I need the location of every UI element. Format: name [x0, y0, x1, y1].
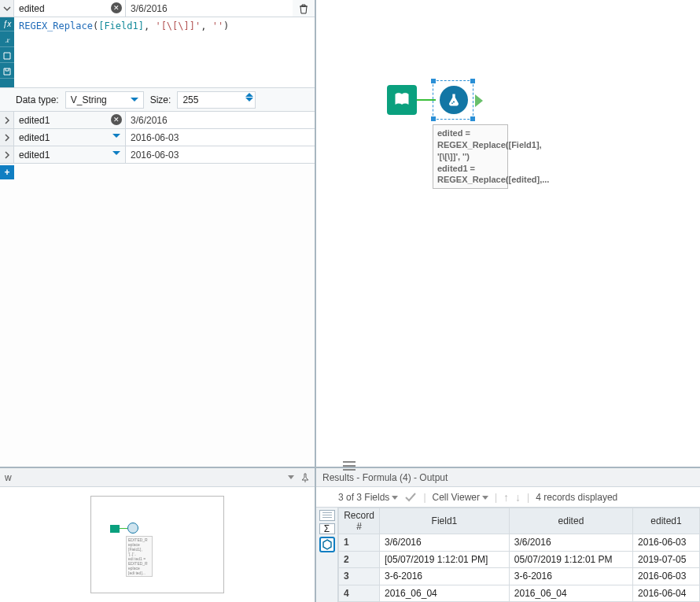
expression-editor[interactable]: REGEX_Replace([Field1], '[\[\]]', '')	[14, 17, 315, 87]
chevron-down-icon	[482, 496, 488, 500]
output-field-select[interactable]: edited1✕	[14, 112, 126, 128]
cell-viewer-dropdown[interactable]: Cell Viewer	[433, 492, 488, 503]
clear-field-icon[interactable]: ✕	[111, 2, 122, 13]
results-table[interactable]: Record #Field1editededited1 13/6/20163/6…	[338, 508, 700, 602]
pin-icon[interactable]	[300, 473, 310, 482]
column-header[interactable]: Field1	[380, 508, 510, 534]
formula-tool[interactable]	[439, 85, 469, 115]
cell[interactable]: 2016_06_04	[509, 585, 632, 602]
svg-point-1	[451, 102, 453, 104]
results-title: Results - Formula (4) - Output	[322, 472, 448, 483]
cell[interactable]: 2016-06-03	[633, 534, 700, 552]
expression-header-row: edited ✕ 3/6/2016	[0, 0, 315, 17]
column-header[interactable]: Record #	[339, 508, 380, 534]
expression-preview: 2016-06-03	[126, 129, 315, 146]
tool-annotation[interactable]: edited = REGEX_Replace([Field1], '[\[\]]…	[433, 124, 508, 189]
expr-arg2: ''	[212, 20, 223, 31]
overview-panel: w EDITED_R eplace[Field1], '[..]'..edi t…	[0, 467, 316, 602]
clear-field-icon[interactable]: ✕	[111, 114, 122, 125]
overview-viewport[interactable]: EDITED_R eplace[Field1], '[..]'..edi ted…	[90, 496, 224, 593]
chevron-down-icon	[245, 98, 253, 102]
expr-fn: REGEX_Replace	[19, 20, 93, 31]
output-field-name[interactable]: edited ✕	[14, 0, 126, 17]
datatype-label: Data type:	[16, 94, 59, 105]
table-row[interactable]: 42016_06_042016_06_042016-06-04	[339, 585, 700, 602]
cell[interactable]: [05/07/2019 1:12:01 PM]	[380, 551, 510, 568]
save-expression-button[interactable]	[0, 65, 14, 79]
data-view-button[interactable]	[319, 537, 335, 552]
row-number[interactable]: 1	[339, 534, 380, 552]
collapsed-expression-row: edited12016-06-03	[0, 146, 315, 164]
formula-config-panel: edited ✕ 3/6/2016 ƒx 𝑥 RE	[0, 0, 316, 467]
collapse-toggle[interactable]	[0, 0, 14, 17]
trash-icon	[298, 3, 309, 14]
cell[interactable]: 2016-06-03	[633, 568, 700, 585]
mini-connector	[120, 528, 127, 529]
expression-preview: 2016-06-03	[126, 146, 315, 163]
book-icon	[393, 91, 411, 109]
hamburger-icon[interactable]	[343, 461, 356, 471]
dropdown-icon[interactable]	[288, 475, 294, 479]
row-number[interactable]: 3	[339, 568, 380, 585]
workflow-canvas[interactable]: edited = REGEX_Replace([Field1], '[\[\]]…	[316, 0, 700, 467]
cell[interactable]: 05/07/2019 1:12:01 PM	[509, 551, 632, 568]
row-number[interactable]: 4	[339, 585, 380, 602]
cell[interactable]: 3-6-2016	[380, 568, 510, 585]
recent-button[interactable]	[0, 49, 14, 63]
expand-toggle[interactable]	[0, 129, 14, 146]
expression-toolbar: ƒx 𝑥	[0, 17, 14, 87]
collapsed-expression-row: edited1✕3/6/2016	[0, 112, 315, 129]
datatype-select[interactable]: V_String	[65, 91, 144, 109]
expression-preview: 3/6/2016	[126, 112, 315, 128]
flask-icon	[446, 92, 462, 108]
chevron-up-icon	[245, 93, 253, 97]
svg-point-0	[453, 101, 455, 102]
collapsed-expression-row: edited12016-06-03	[0, 129, 315, 146]
output-field-name-text: edited1	[19, 115, 50, 126]
fx-functions-button[interactable]: ƒx	[0, 17, 14, 31]
next-record-button[interactable]: ↓	[515, 491, 521, 504]
results-toolbar: 3 of 3 Fields | Cell Viewer | ↑ ↓ | 4 re…	[316, 487, 700, 508]
prev-record-button[interactable]: ↑	[503, 491, 509, 504]
size-input[interactable]: 255	[177, 91, 256, 109]
expression-editor-row: ƒx 𝑥 REGEX_Replace([Field1], '[\[\]]', '…	[0, 17, 315, 88]
table-row[interactable]: 33-6-20163-6-20162016-06-03	[339, 568, 700, 585]
expand-toggle[interactable]	[0, 112, 14, 128]
add-expression-button[interactable]: +	[0, 165, 14, 179]
results-view-switcher: Σ	[316, 508, 338, 602]
hexagon-icon	[322, 539, 333, 550]
delete-expression-button[interactable]	[293, 0, 315, 17]
chevron-down-icon	[131, 98, 138, 102]
cell[interactable]: 3/6/2016	[380, 534, 510, 552]
cell[interactable]: 3-6-2016	[509, 568, 632, 585]
table-row[interactable]: 2[05/07/2019 1:12:01 PM]05/07/2019 1:12:…	[339, 551, 700, 568]
output-field-select[interactable]: edited1	[14, 146, 126, 163]
input-tool[interactable]	[387, 85, 417, 115]
chevron-down-icon	[392, 496, 398, 500]
cell[interactable]: 3/6/2016	[509, 534, 632, 552]
fields-summary[interactable]: 3 of 3 Fields	[338, 492, 398, 503]
overview-canvas[interactable]: EDITED_R eplace[Field1], '[..]'..edi ted…	[0, 487, 315, 602]
cell[interactable]: 2016-06-04	[633, 585, 700, 602]
expand-toggle[interactable]	[0, 146, 14, 163]
spinner-control[interactable]	[245, 93, 253, 102]
row-number[interactable]: 2	[339, 551, 380, 568]
cell[interactable]: 2016_06_04	[380, 585, 510, 602]
table-row[interactable]: 13/6/20163/6/20162016-06-03	[339, 534, 700, 552]
mini-formula-tool	[127, 523, 138, 534]
x-variables-button[interactable]: 𝑥	[0, 33, 14, 47]
check-icon[interactable]	[404, 492, 417, 503]
overview-title: w	[5, 472, 12, 483]
cell[interactable]: 2019-07-05	[633, 551, 700, 568]
records-summary: 4 records displayed	[536, 492, 617, 503]
messages-view-button[interactable]	[319, 510, 335, 521]
expression-preview: 3/6/2016	[126, 0, 293, 17]
output-field-name-text: edited1	[19, 132, 50, 143]
column-header[interactable]: edited	[509, 508, 632, 534]
expr-field: [Field1]	[98, 20, 144, 31]
chevron-down-icon	[112, 151, 120, 155]
summary-view-button[interactable]: Σ	[319, 523, 335, 534]
output-field-select[interactable]: edited1	[14, 129, 126, 146]
column-header[interactable]: edited1	[633, 508, 700, 534]
output-anchor[interactable]	[475, 94, 483, 107]
